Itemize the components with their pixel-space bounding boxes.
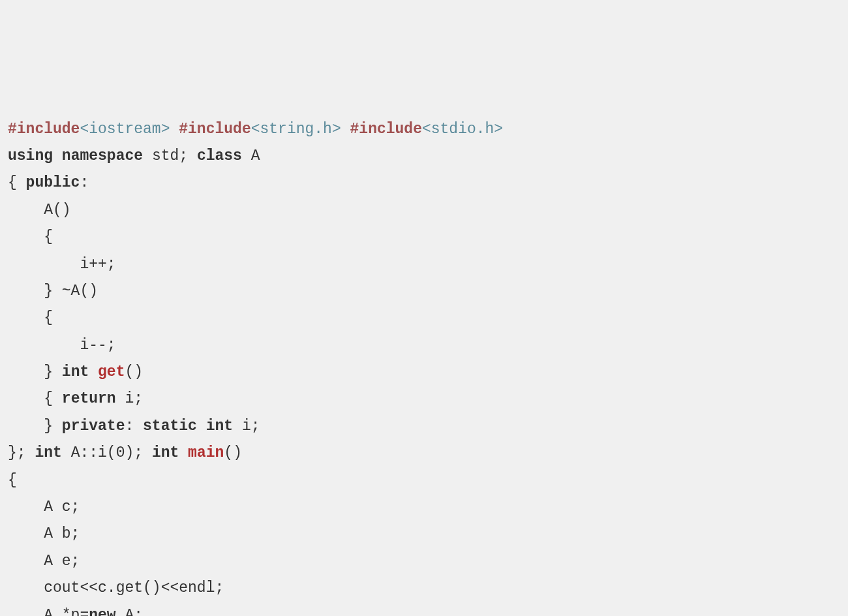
code-text: i; — [116, 390, 143, 407]
code-line: A() — [8, 202, 71, 219]
keyword-int: int — [62, 363, 89, 380]
code-text: : — [80, 174, 89, 191]
code-line: A c; — [8, 499, 80, 516]
keyword-private: private — [62, 418, 125, 435]
code-text: : — [125, 418, 143, 435]
code-line: } ~A() — [8, 283, 98, 300]
code-text: i; — [233, 418, 260, 435]
code-line: i--; — [8, 337, 116, 354]
include-directive: #include — [8, 121, 80, 138]
code-text — [179, 444, 188, 461]
code-text: i--; — [8, 337, 116, 354]
keyword-int: int — [35, 444, 61, 461]
code-text: { — [8, 472, 17, 489]
include-header: <stdio.h> — [422, 121, 503, 138]
code-text: A b; — [8, 525, 80, 542]
code-block: #include<iostream> #include<string.h> #i… — [8, 116, 848, 616]
code-line: cout<<c.get()<<endl; — [8, 579, 224, 596]
code-text: { — [8, 174, 26, 191]
code-text: cout<<c.get()<<endl; — [8, 579, 224, 596]
code-text: i++; — [8, 256, 116, 273]
include-header: <iostream> — [80, 121, 170, 138]
code-text: } ~A() — [8, 283, 98, 300]
keyword-namespace: namespace — [62, 147, 143, 164]
code-line: { — [8, 309, 53, 326]
code-text: A::i(0); — [62, 444, 152, 461]
include-header: <string.h> — [251, 121, 341, 138]
include-directive: #include — [350, 121, 422, 138]
code-line: using namespace std; class A — [8, 147, 260, 164]
code-text: A() — [8, 202, 71, 219]
function-get: get — [98, 363, 125, 380]
keyword-static: static — [143, 418, 197, 435]
keyword-int: int — [206, 418, 233, 435]
code-text: A e; — [8, 553, 80, 570]
code-line: { public: — [8, 174, 89, 191]
code-line: }; int A::i(0); int main() — [8, 444, 242, 461]
code-text — [89, 363, 98, 380]
code-text: }; — [8, 444, 35, 461]
code-text: () — [224, 444, 242, 461]
code-line: i++; — [8, 256, 116, 273]
code-line: } private: static int i; — [8, 418, 260, 435]
code-text: A — [242, 147, 260, 164]
code-text: { — [8, 390, 62, 407]
code-text — [197, 418, 206, 435]
code-text: { — [8, 228, 53, 245]
keyword-class: class — [197, 147, 242, 164]
code-line: #include<iostream> #include<string.h> #i… — [8, 121, 503, 138]
code-line: A e; — [8, 553, 80, 570]
code-line: A *p=new A; — [8, 607, 143, 616]
keyword-return: return — [62, 390, 116, 407]
keyword-using: using — [8, 147, 53, 164]
function-main: main — [188, 444, 224, 461]
code-line: { — [8, 228, 53, 245]
keyword-public: public — [26, 174, 80, 191]
code-line: A b; — [8, 525, 80, 542]
code-text: A *p= — [8, 607, 89, 616]
keyword-int: int — [152, 444, 179, 461]
code-line: { — [8, 472, 17, 489]
code-text: A c; — [8, 499, 80, 516]
code-text: () — [125, 363, 143, 380]
code-text: } — [8, 418, 62, 435]
code-text: { — [8, 309, 53, 326]
keyword-new: new — [89, 607, 115, 616]
include-directive: #include — [179, 121, 250, 138]
code-text: std; — [152, 147, 197, 164]
code-text: } — [8, 363, 62, 380]
code-line: { return i; — [8, 390, 143, 407]
code-text: A; — [116, 607, 143, 616]
code-line: } int get() — [8, 363, 143, 380]
